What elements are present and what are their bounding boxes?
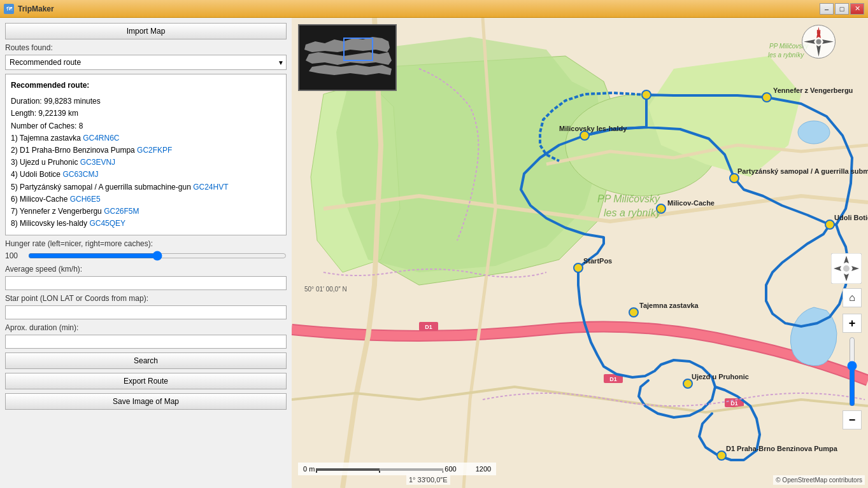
svg-text:Ujezd u Pruhonic: Ujezd u Pruhonic xyxy=(692,373,749,380)
svg-point-17 xyxy=(825,220,834,229)
zoom-in-button[interactable]: + xyxy=(843,314,862,333)
route-length: Length: 9,22139 km xyxy=(11,108,281,120)
attribution-text: © OpenStreetMap contributors xyxy=(776,477,862,484)
approx-duration-label: Aprox. duration (min): xyxy=(5,323,287,332)
approx-duration-group: Aprox. duration (min): 100 xyxy=(5,323,287,349)
close-button[interactable]: ✕ xyxy=(850,3,864,15)
svg-text:les a rybníky: les a rybníky xyxy=(768,52,804,59)
svg-rect-59 xyxy=(316,468,380,471)
svg-point-18 xyxy=(574,263,583,272)
home-icon[interactable]: ⌂ xyxy=(843,288,862,307)
cache-link-6[interactable]: GCH6E5 xyxy=(70,195,101,204)
svg-point-21 xyxy=(717,451,726,460)
hunger-value: 100 xyxy=(5,251,24,260)
svg-text:Milicovsky les-haldy: Milicovsky les-haldy xyxy=(559,125,627,132)
svg-point-14 xyxy=(580,131,589,140)
map-attribution: © OpenStreetMap contributors xyxy=(773,475,865,485)
route-item-6: 6) Milicov-Cache GCH6E5 xyxy=(11,193,281,206)
title-bar-left: 🗺 TripMaker xyxy=(4,4,54,14)
hunger-slider-container: 100 xyxy=(5,251,287,261)
svg-text:Yennefer z Vengerbergu: Yennefer z Vengerbergu xyxy=(773,87,853,94)
map-area[interactable]: D1 D1 D1 xyxy=(292,18,868,488)
svg-text:D1: D1 xyxy=(609,376,617,382)
start-point-group: Star point (LON LAT or Coords from map):… xyxy=(5,294,287,319)
routes-found-group: Routes found: Recommended route ▼ xyxy=(5,43,287,70)
route-info-title: Recommended route: xyxy=(11,80,281,92)
cache-link-1[interactable]: GC4RN6C xyxy=(83,134,119,143)
route-item-2: 2) D1 Praha-Brno Benzinova Pumpa GC2FKPF xyxy=(11,144,281,157)
route-info-box: Recommended route: Duration: 99,8283 min… xyxy=(5,74,287,235)
cache-link-4[interactable]: GC63CMJ xyxy=(62,170,98,179)
cache-link-7[interactable]: GC26F5M xyxy=(104,207,139,216)
cache-link-5[interactable]: GC24HVT xyxy=(193,183,228,192)
export-route-button[interactable]: Export Route xyxy=(5,373,287,389)
maximize-button[interactable]: □ xyxy=(835,3,849,15)
svg-text:N: N xyxy=(816,29,821,35)
coordinates-display: 1° 33′00,0″E xyxy=(406,475,450,485)
zoom-slider[interactable] xyxy=(847,337,857,407)
svg-text:Udoli Botice: Udoli Botice xyxy=(834,214,868,221)
svg-text:Milicov-Cache: Milicov-Cache xyxy=(667,199,715,207)
svg-point-54 xyxy=(843,265,850,272)
svg-text:D1: D1 xyxy=(425,324,432,330)
svg-point-13 xyxy=(762,93,771,102)
svg-point-20 xyxy=(683,379,692,388)
start-point-label: Star point (LON LAT or Coords from map): xyxy=(5,294,287,303)
route-dropdown[interactable]: Recommended route xyxy=(5,55,287,70)
svg-point-22 xyxy=(642,90,651,99)
avg-speed-input[interactable]: 10 xyxy=(5,276,287,290)
route-item-5: 5) Partyzánský samopal / A guerrilla sub… xyxy=(11,181,281,193)
mini-map[interactable] xyxy=(298,24,397,91)
cache-link-2[interactable]: GC2FKPF xyxy=(137,146,172,155)
hunger-rate-label: Hunger rate (left=nicer, right=more cach… xyxy=(5,239,287,248)
routes-found-label: Routes found: xyxy=(5,43,287,52)
cache-link-8[interactable]: GC45QEY xyxy=(89,219,125,228)
app-icon: 🗺 xyxy=(4,4,14,14)
left-panel: Import Map Routes found: Recommended rou… xyxy=(0,18,292,488)
home-button[interactable]: ⌂ xyxy=(843,288,862,307)
coord-text: 1° 33′00,0″E xyxy=(409,476,448,484)
search-button[interactable]: Search xyxy=(5,352,287,369)
route-dropdown-container: Recommended route ▼ xyxy=(5,55,287,70)
route-duration: Duration: 99,8283 minutes xyxy=(11,95,281,108)
zoom-controls: + − xyxy=(843,314,862,429)
svg-rect-60 xyxy=(380,468,443,471)
route-item-7: 7) Yennefer z Vengerbergu GC26F5M xyxy=(11,206,281,218)
cache-link-3[interactable]: GC3EVNJ xyxy=(80,158,115,167)
zoom-out-button[interactable]: − xyxy=(843,410,862,429)
route-item-4: 4) Udoli Botice GC63CMJ xyxy=(11,169,281,181)
route-item-3: 3) Ujezd u Pruhonic GC3EVNJ xyxy=(11,157,281,169)
svg-text:les a rybníky: les a rybníky xyxy=(604,207,662,218)
hunger-rate-group: Hunger rate (left=nicer, right=more cach… xyxy=(5,239,287,261)
compass: N xyxy=(801,24,836,59)
avg-speed-label: Average speed (km/h): xyxy=(5,265,287,274)
svg-text:50° 01′ 00,0″ N: 50° 01′ 00,0″ N xyxy=(304,286,347,293)
svg-text:Tajemna zastavka: Tajemna zastavka xyxy=(639,302,699,309)
route-item-8: 8) Milicovsky les-haldy GC45QEY xyxy=(11,218,281,230)
main-layout: Import Map Routes found: Recommended rou… xyxy=(0,18,868,488)
start-point-input[interactable]: 14.5255278 50.0177778 xyxy=(5,305,287,319)
window-controls: – □ ✕ xyxy=(820,3,864,15)
svg-text:Partyzánský samopal / A guerri: Partyzánský samopal / A guerrilla submac… xyxy=(737,167,868,175)
svg-point-19 xyxy=(629,308,638,317)
hunger-slider[interactable] xyxy=(28,251,287,261)
avg-speed-group: Average speed (km/h): 10 xyxy=(5,265,287,290)
svg-point-47 xyxy=(816,39,822,45)
route-caches: Number of Caches: 8 xyxy=(11,120,281,132)
minimize-button[interactable]: – xyxy=(820,3,834,15)
svg-point-15 xyxy=(730,174,739,183)
navigation-control[interactable] xyxy=(831,253,862,284)
approx-duration-input[interactable]: 100 xyxy=(5,335,287,349)
svg-point-12 xyxy=(798,121,830,144)
scale-label-600: 600 xyxy=(445,465,456,473)
svg-text:D1 Praha-Brno Benzinova Pumpa: D1 Praha-Brno Benzinova Pumpa xyxy=(726,445,838,452)
scale-bar: 0 m 600 1200 xyxy=(298,463,496,475)
svg-text:PP Miličovský: PP Miličovský xyxy=(597,193,660,204)
save-image-button[interactable]: Save Image of Map xyxy=(5,393,287,410)
scale-label-0: 0 m xyxy=(303,465,315,473)
svg-text:StartPos: StartPos xyxy=(583,257,612,265)
title-bar: 🗺 TripMaker – □ ✕ xyxy=(0,0,868,18)
scale-label-1200: 1200 xyxy=(476,465,491,473)
app-title: TripMaker xyxy=(18,4,54,13)
import-map-button[interactable]: Import Map xyxy=(5,23,287,39)
